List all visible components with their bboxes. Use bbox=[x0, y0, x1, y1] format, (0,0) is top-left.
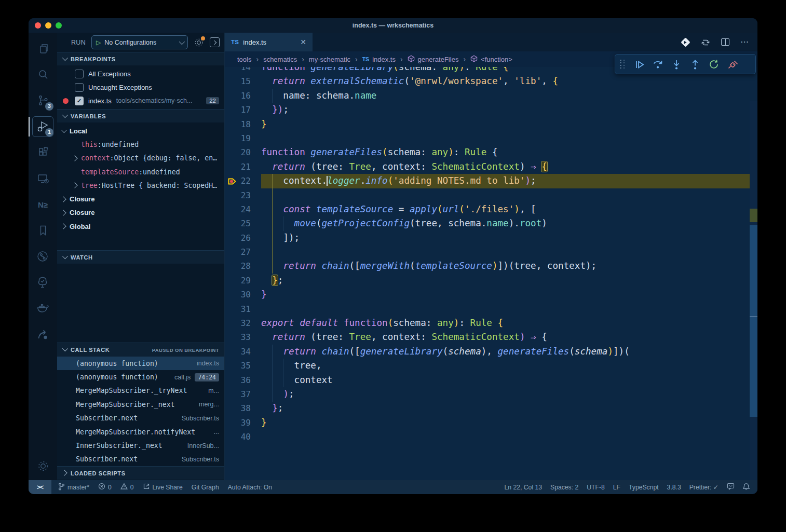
code-line-20[interactable]: 20function generateFiles(schema: any): R… bbox=[225, 145, 750, 159]
code-line-25[interactable]: 25 move(getProjectConfig(tree, schema.na… bbox=[225, 216, 750, 230]
scrollbar-slider[interactable] bbox=[750, 225, 757, 417]
code-line-16[interactable]: 16 name: schema.name bbox=[225, 89, 750, 103]
gutter[interactable]: 16 bbox=[225, 89, 261, 103]
bookmarks-icon[interactable] bbox=[29, 217, 57, 243]
code-line-31[interactable]: 31 bbox=[225, 302, 750, 316]
variable-row[interactable]: Global bbox=[57, 220, 224, 233]
variable-row[interactable]: context: Object {debug: false, en… bbox=[57, 152, 224, 165]
code-line-39[interactable]: 39} bbox=[225, 416, 750, 430]
variable-row[interactable]: templateSource: undefined bbox=[57, 165, 224, 179]
status-item-ln-22-col-13[interactable]: Ln 22, Col 13 bbox=[505, 484, 543, 491]
code-line-29[interactable]: 29 }; bbox=[225, 274, 750, 288]
call-stack-frame[interactable]: MergeMapSubscriber.notifyNext... bbox=[57, 425, 224, 439]
status-item-feedback[interactable] bbox=[727, 483, 735, 492]
status-item-bell[interactable] bbox=[743, 483, 750, 492]
chevron-right-icon[interactable] bbox=[60, 196, 66, 202]
gutter[interactable]: 30 bbox=[225, 288, 261, 302]
breakpoint-checkbox[interactable]: ✓ bbox=[75, 97, 84, 105]
call-stack-section-header[interactable]: CALL STACK PAUSED ON BREAKPOINT bbox=[57, 343, 224, 357]
chevron-right-icon[interactable] bbox=[72, 155, 77, 161]
code-line-28[interactable]: 28 return chain([mergeWith(templateSourc… bbox=[225, 259, 750, 273]
breadcrumb-item[interactable]: my-schematic bbox=[309, 56, 350, 63]
breadcrumb-item[interactable]: tools bbox=[237, 56, 251, 63]
gutter[interactable]: 28 bbox=[225, 259, 261, 273]
gitlens-icon[interactable] bbox=[29, 243, 57, 269]
call-stack-frame[interactable]: Subscriber.nextSubscriber.ts bbox=[57, 453, 224, 466]
breadcrumb-item[interactable]: schematics bbox=[263, 56, 297, 63]
configure-gear-icon[interactable] bbox=[194, 37, 204, 48]
debug-console-icon[interactable] bbox=[210, 37, 220, 47]
gutter[interactable]: 36 bbox=[225, 373, 261, 387]
gutter[interactable]: 31 bbox=[225, 302, 261, 316]
code-line-15[interactable]: 15 return externalSchematic('@nrwl/works… bbox=[225, 74, 750, 88]
share-export-icon[interactable] bbox=[29, 321, 57, 347]
call-stack-frame[interactable]: InnerSubscriber._nextInnerSub... bbox=[57, 439, 224, 452]
nx-run-icon[interactable] bbox=[681, 37, 690, 47]
variable-row[interactable]: Closure bbox=[57, 192, 224, 206]
status-item-auto-attach-on[interactable]: Auto Attach: On bbox=[228, 484, 272, 491]
code-line-34[interactable]: 34 return chain([generateLibrary(schema)… bbox=[225, 345, 750, 359]
breadcrumb-item[interactable]: <function> bbox=[470, 55, 512, 64]
code-line-21[interactable]: 21 return (tree: Tree, context: Schemati… bbox=[225, 160, 750, 174]
code-line-40[interactable]: 40 bbox=[225, 430, 750, 444]
code-line-23[interactable]: 23 bbox=[225, 188, 750, 202]
call-stack-frame[interactable]: MergeMapSubscriber._nextmerg... bbox=[57, 398, 224, 411]
breakpoint-row[interactable]: All Exceptions bbox=[57, 67, 224, 80]
docker-icon[interactable] bbox=[29, 295, 57, 321]
chevron-right-icon[interactable] bbox=[60, 210, 66, 215]
code-line-37[interactable]: 37 ); bbox=[225, 387, 750, 401]
gutter[interactable]: 21 bbox=[225, 160, 261, 174]
start-debugging-icon[interactable]: ▷ bbox=[96, 39, 101, 46]
test-explorer-icon[interactable] bbox=[29, 269, 57, 295]
code-line-22[interactable]: 22 context.logger.info('adding NOTES.md … bbox=[225, 174, 750, 188]
gutter[interactable]: 20 bbox=[225, 145, 261, 159]
gutter[interactable]: 39 bbox=[225, 416, 261, 430]
gutter[interactable]: 17 bbox=[225, 103, 261, 117]
chevron-down-icon[interactable] bbox=[61, 127, 67, 133]
variable-row[interactable]: this: undefined bbox=[57, 138, 224, 151]
code-line-17[interactable]: 17 }); bbox=[225, 103, 750, 117]
code-line-24[interactable]: 24 const templateSource = apply(url('./f… bbox=[225, 202, 750, 216]
call-stack-frame[interactable]: MergeMapSubscriber._tryNextm... bbox=[57, 384, 224, 398]
code-line-19[interactable]: 19 bbox=[225, 131, 750, 145]
open-changes-icon[interactable] bbox=[700, 37, 710, 47]
gutter[interactable]: 33 bbox=[225, 330, 261, 344]
gutter[interactable]: 18 bbox=[225, 117, 261, 131]
code-line-35[interactable]: 35 tree, bbox=[225, 359, 750, 373]
variable-row[interactable]: Local bbox=[57, 124, 224, 138]
step-out-button[interactable] bbox=[687, 57, 703, 72]
run-debug-icon[interactable]: 1 bbox=[29, 114, 57, 140]
step-over-button[interactable] bbox=[649, 57, 666, 72]
code-line-38[interactable]: 38 }; bbox=[225, 401, 750, 415]
call-stack-frame[interactable]: (anonymous function)call.js74:24 bbox=[57, 370, 224, 384]
status-item-live-share[interactable]: Live Share bbox=[143, 483, 183, 492]
variable-row[interactable]: tree: HostTree {_backend: ScopedH… bbox=[57, 179, 224, 192]
breakpoint-row[interactable]: ✓index.tstools/schematics/my-sch...22 bbox=[57, 94, 224, 107]
status-item-3-8-3[interactable]: 3.8.3 bbox=[667, 484, 681, 491]
gutter[interactable]: 35 bbox=[225, 359, 261, 373]
breakpoint-row[interactable]: Uncaught Exceptions bbox=[57, 80, 224, 94]
code-line-26[interactable]: 26 ]); bbox=[225, 231, 750, 245]
code-line-36[interactable]: 36 context bbox=[225, 373, 750, 387]
loaded-scripts-section-header[interactable]: LOADED SCRIPTS bbox=[57, 466, 224, 480]
gutter[interactable]: 15 bbox=[225, 74, 261, 88]
editor-scrollbar[interactable] bbox=[750, 101, 757, 480]
gutter[interactable]: 25 bbox=[225, 216, 261, 230]
code-line-27[interactable]: 27 bbox=[225, 245, 750, 259]
breadcrumb-item[interactable]: generateFiles bbox=[408, 55, 459, 64]
code-line-30[interactable]: 30} bbox=[225, 288, 750, 302]
step-into-button[interactable] bbox=[668, 57, 685, 72]
code-area[interactable]: 14function generateLibrary(schema: any):… bbox=[225, 67, 757, 480]
status-item-0[interactable]: 0 bbox=[120, 483, 134, 492]
tab-index-ts[interactable]: TS index.ts ✕ bbox=[225, 33, 313, 51]
gutter[interactable]: 24 bbox=[225, 202, 261, 216]
extensions-icon[interactable] bbox=[29, 140, 57, 166]
gutter[interactable]: 23 bbox=[225, 188, 261, 202]
call-stack-frame[interactable]: Subscriber.nextSubscriber.ts bbox=[57, 412, 224, 425]
status-item-prettier[interactable]: Prettier: ✓ bbox=[689, 484, 719, 491]
chevron-right-icon[interactable] bbox=[72, 183, 77, 188]
gutter[interactable]: 27 bbox=[225, 245, 261, 259]
settings-gear-icon[interactable] bbox=[29, 452, 57, 480]
gutter[interactable]: 37 bbox=[225, 387, 261, 401]
restart-button[interactable] bbox=[706, 57, 722, 72]
